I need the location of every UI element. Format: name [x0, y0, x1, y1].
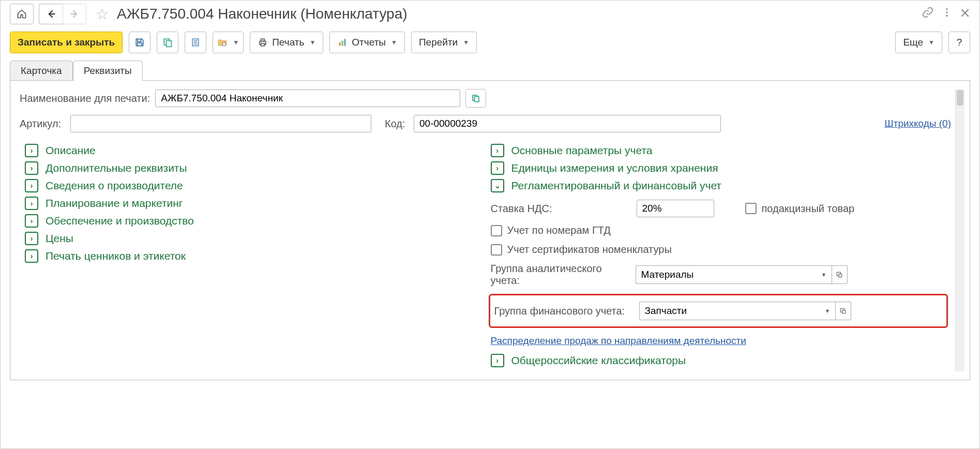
- expand-icon[interactable]: ›: [491, 354, 504, 367]
- svg-point-2: [946, 15, 948, 17]
- reports-button[interactable]: Отчеты ▼: [329, 32, 405, 53]
- section-price-tags[interactable]: › Печать ценников и этикеток: [25, 249, 480, 263]
- section-extra-props[interactable]: › Дополнительные реквизиты: [25, 161, 480, 175]
- tab-card[interactable]: Карточка: [10, 61, 73, 81]
- svg-rect-12: [261, 43, 265, 46]
- toolbar: Записать и закрыть ▼ Печать ▼ Отчеты ▼ П…: [1, 27, 979, 61]
- section-manufacturer[interactable]: › Сведения о производителе: [25, 179, 480, 192]
- expand-icon[interactable]: ›: [25, 232, 38, 245]
- excise-checkbox[interactable]: [745, 203, 757, 214]
- gtd-checkbox[interactable]: [491, 225, 502, 236]
- expand-icon[interactable]: ›: [491, 144, 504, 157]
- code-input[interactable]: [414, 115, 721, 132]
- print-name-input[interactable]: [155, 89, 460, 107]
- section-label: Основные параметры учета: [511, 144, 653, 157]
- sales-dist-row: Распределение продаж по направлениям дея…: [491, 335, 946, 347]
- section-label: Описание: [46, 144, 96, 157]
- save-close-button[interactable]: Записать и закрыть: [10, 32, 123, 53]
- arrow-right-icon: [69, 9, 80, 19]
- section-label: Сведения о производителе: [46, 179, 183, 192]
- home-icon: [17, 9, 27, 19]
- section-description[interactable]: › Описание: [25, 144, 480, 157]
- gtd-label[interactable]: Учет по номерам ГТД: [507, 224, 611, 236]
- cert-label[interactable]: Учет сертификатов номенклатуры: [507, 244, 672, 256]
- help-button[interactable]: ?: [948, 32, 970, 53]
- cert-row: Учет сертификатов номенклатуры: [491, 244, 946, 256]
- scrollbar-thumb[interactable]: [957, 90, 963, 106]
- folder-gear-icon: [217, 37, 228, 48]
- tab-props[interactable]: Реквизиты: [73, 61, 143, 81]
- window: ☆ АЖБ7.750.004 Наконечник (Номенклатура)…: [0, 0, 980, 449]
- expand-icon[interactable]: ›: [25, 179, 38, 192]
- back-button[interactable]: [39, 4, 63, 24]
- tab-content: Наименование для печати: Артикул: Код: Ш…: [10, 80, 970, 380]
- caret-down-icon: ▼: [928, 39, 934, 46]
- list-icon: [190, 37, 201, 48]
- vat-row: Ставка НДС: подакцизный товар: [491, 200, 946, 217]
- goto-button[interactable]: Перейти ▼: [411, 32, 477, 53]
- caret-down-icon: ▼: [463, 39, 469, 46]
- collapse-icon[interactable]: ⌄: [491, 179, 504, 192]
- section-reg-fin[interactable]: ⌄ Регламентированный и финансовый учет: [491, 179, 946, 192]
- expand-icon[interactable]: ›: [25, 197, 38, 210]
- fin-group-input[interactable]: [639, 302, 820, 320]
- vertical-scrollbar[interactable]: [955, 89, 964, 371]
- barcodes-link[interactable]: Штрихкоды (0): [884, 118, 951, 129]
- expand-icon[interactable]: ›: [25, 249, 38, 263]
- open-button[interactable]: [836, 302, 851, 320]
- left-column: › Описание › Дополнительные реквизиты › …: [20, 140, 486, 371]
- open-button[interactable]: [832, 265, 848, 284]
- cert-checkbox[interactable]: [491, 244, 502, 256]
- section-main-params[interactable]: › Основные параметры учета: [491, 144, 946, 157]
- copy-button[interactable]: [157, 32, 178, 53]
- favorite-star-icon[interactable]: ☆: [96, 6, 109, 23]
- save-button[interactable]: [129, 32, 150, 53]
- link-icon[interactable]: [922, 6, 934, 22]
- excise-label[interactable]: подакцизный товар: [762, 203, 855, 215]
- nav-group: [39, 4, 86, 24]
- section-label: Обеспечение и производство: [46, 215, 194, 227]
- expand-icon[interactable]: ›: [25, 161, 38, 175]
- dropdown-button[interactable]: ▼: [820, 302, 836, 320]
- section-label: Печать ценников и этикеток: [46, 250, 186, 262]
- section-label: Единицы измерения и условия хранения: [511, 162, 718, 174]
- sections-columns: › Описание › Дополнительные реквизиты › …: [20, 140, 951, 371]
- section-production[interactable]: › Обеспечение и производство: [25, 214, 480, 228]
- goto-label: Перейти: [419, 37, 458, 48]
- menu-dots-icon[interactable]: [941, 7, 953, 21]
- section-classifiers[interactable]: › Общероссийские классификаторы: [491, 354, 946, 367]
- section-label: Планирование и маркетинг: [46, 197, 183, 209]
- fin-group-select: ▼: [639, 302, 851, 320]
- list-button[interactable]: [185, 32, 206, 53]
- caret-down-icon: ▼: [233, 39, 239, 46]
- folder-button[interactable]: ▼: [213, 32, 244, 53]
- close-icon[interactable]: [960, 7, 970, 21]
- expand-icon[interactable]: ›: [25, 144, 38, 157]
- section-planning[interactable]: › Планирование и маркетинг: [25, 197, 480, 210]
- tab-bar: Карточка Реквизиты: [1, 61, 979, 81]
- open-icon: [839, 307, 847, 315]
- fin-group-highlight: Группа финансового учета: ▼: [489, 294, 948, 328]
- vat-input[interactable]: [637, 200, 714, 217]
- save-close-label: Записать и закрыть: [18, 37, 115, 48]
- print-name-action-button[interactable]: [465, 89, 486, 108]
- section-units[interactable]: › Единицы измерения и условия хранения: [491, 161, 946, 175]
- caret-down-icon: ▼: [391, 39, 397, 46]
- expand-icon[interactable]: ›: [491, 161, 504, 175]
- print-button[interactable]: Печать ▼: [250, 32, 323, 53]
- article-input[interactable]: [70, 115, 371, 132]
- more-label: Еще: [903, 37, 923, 48]
- print-label: Печать: [272, 37, 304, 48]
- copy-icon: [162, 37, 173, 48]
- sales-dist-link[interactable]: Распределение продаж по направлениям дея…: [491, 335, 746, 347]
- section-prices[interactable]: › Цены: [25, 232, 480, 245]
- expand-icon[interactable]: ›: [25, 214, 38, 228]
- anal-group-input[interactable]: [636, 265, 817, 284]
- dropdown-button[interactable]: ▼: [817, 265, 832, 284]
- home-button[interactable]: [10, 4, 34, 24]
- more-button[interactable]: Еще ▼: [895, 32, 942, 53]
- header-actions: [922, 6, 970, 22]
- caret-down-icon: ▼: [309, 39, 315, 46]
- copy-small-icon: [471, 93, 481, 103]
- forward-button[interactable]: [63, 4, 86, 24]
